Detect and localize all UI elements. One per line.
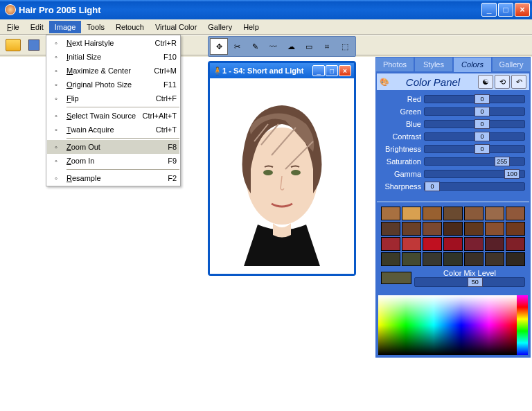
canvas-close-button[interactable]: × <box>339 65 351 76</box>
color-swatch[interactable] <box>381 207 400 220</box>
slider-thumb[interactable]: 0 <box>475 132 490 141</box>
color-swatch[interactable] <box>485 222 504 236</box>
color-swatch[interactable] <box>506 252 525 266</box>
canvas-maximize-button[interactable]: □ <box>326 65 338 76</box>
open-button[interactable] <box>4 36 22 54</box>
minimize-button[interactable]: _ <box>481 3 497 17</box>
color-swatch[interactable] <box>485 237 504 251</box>
close-button[interactable]: × <box>515 3 530 17</box>
menu-edit[interactable]: Edit <box>25 21 49 33</box>
menu-item-next-hairstyle[interactable]: ◦Next HairstyleCtrl+R <box>47 36 179 50</box>
wand-tool-button[interactable]: ✎ <box>246 38 264 55</box>
slider-thumb[interactable]: 100 <box>504 169 520 179</box>
color-swatch[interactable] <box>464 252 484 266</box>
menu-item-resample[interactable]: ◦ResampleF2 <box>47 171 179 185</box>
menu-file[interactable]: File <box>1 21 25 33</box>
slider-thumb[interactable]: 0 <box>475 119 490 129</box>
menu-help[interactable]: Help <box>238 21 265 33</box>
menu-item-original-photo-size[interactable]: ◦Original Photo SizeF11 <box>47 78 179 91</box>
color-swatch[interactable] <box>381 237 400 251</box>
slider-row-gamma: Gamma100 <box>381 168 525 180</box>
color-swatch[interactable] <box>443 252 463 266</box>
swatches-panel: Color Mix Level 50 <box>377 201 529 291</box>
maximize-button[interactable]: □ <box>498 3 513 17</box>
mix-preview[interactable] <box>381 272 411 284</box>
slider-sharpness[interactable]: 0 <box>424 182 525 191</box>
menu-tools[interactable]: Tools <box>81 21 110 33</box>
slider-green[interactable]: 0 <box>424 107 525 116</box>
tab-colors[interactable]: Colors <box>453 57 492 72</box>
color-swatch[interactable] <box>423 252 442 266</box>
save-button[interactable] <box>25 36 43 54</box>
crop-tool-button[interactable]: ⌗ <box>318 38 336 55</box>
color-swatch[interactable] <box>485 207 504 220</box>
slider-thumb[interactable]: 0 <box>475 107 490 116</box>
cloud-tool-button[interactable]: ☁ <box>282 38 300 55</box>
pick-color-button[interactable]: ☯ <box>478 75 493 89</box>
menu-item-twain-acquire[interactable]: ◦Twain AcquireCtrl+T <box>47 123 179 137</box>
color-swatch[interactable] <box>506 237 525 251</box>
slider-blue[interactable]: 0 <box>424 120 525 128</box>
color-swatch[interactable] <box>464 222 484 236</box>
slider-label: Green <box>381 107 424 116</box>
color-swatch[interactable] <box>423 237 442 251</box>
menu-item-icon: ◦ <box>50 155 62 166</box>
color-swatch[interactable] <box>464 237 484 251</box>
menu-item-flip[interactable]: ◦FlipCtrl+F <box>47 91 179 105</box>
hue-strip[interactable] <box>517 295 528 355</box>
menu-item-label: Original Photo Size <box>66 80 163 89</box>
link-button[interactable]: ⟲ <box>495 75 510 89</box>
mix-slider[interactable]: 50 <box>414 277 525 287</box>
edit-toolbar: ✥ ✂ ✎ 〰 ☁ ▭ ⌗ ⬚ <box>208 36 356 57</box>
rect-tool-button[interactable]: ▭ <box>300 38 318 55</box>
slider-gamma[interactable]: 100 <box>424 170 525 178</box>
canvas-minimize-button[interactable]: _ <box>312 65 325 76</box>
color-swatch[interactable] <box>443 207 463 220</box>
menu-item-select-twain-source[interactable]: ◦Select Twain SourceCtrl+Alt+T <box>47 109 179 123</box>
undo-button[interactable]: ↶ <box>511 75 526 89</box>
menu-item-icon: ◦ <box>50 37 62 49</box>
menu-image[interactable]: Image <box>49 21 82 33</box>
color-swatch[interactable] <box>381 252 400 266</box>
menu-gallery[interactable]: Gallery <box>202 21 238 33</box>
menu-item-initial-size[interactable]: ◦Initial SizeF10 <box>47 50 179 64</box>
color-swatch[interactable] <box>506 207 525 220</box>
color-swatch[interactable] <box>443 237 463 251</box>
menu-item-zoom-in[interactable]: ◦Zoom InF9 <box>47 154 179 168</box>
slider-contrast[interactable]: 0 <box>424 132 525 141</box>
tab-gallery[interactable]: Gallery <box>492 57 531 72</box>
color-swatch[interactable] <box>381 222 400 236</box>
slider-thumb[interactable]: 0 <box>425 182 440 191</box>
gradient-picker[interactable] <box>377 294 529 356</box>
color-swatch[interactable] <box>402 237 421 251</box>
tab-styles[interactable]: Styles <box>414 57 453 72</box>
gradient-main[interactable] <box>378 295 517 355</box>
mix-slider-thumb[interactable]: 50 <box>468 277 483 287</box>
color-swatch[interactable] <box>402 222 421 236</box>
color-swatch[interactable] <box>506 222 525 236</box>
canvas-titlebar[interactable]: 🧍 1 - S4: Short and Light _ □ × <box>210 63 354 78</box>
slider-thumb[interactable]: 255 <box>495 157 510 166</box>
tab-photos[interactable]: Photos <box>375 57 414 72</box>
menu-retouch[interactable]: Retouch <box>110 21 150 33</box>
color-swatch[interactable] <box>402 207 421 220</box>
cut-tool-button[interactable]: ✂ <box>228 38 246 55</box>
lasso-tool-button[interactable]: 〰 <box>264 38 282 55</box>
color-swatch[interactable] <box>423 222 442 236</box>
menu-virtual-color[interactable]: Virtual Color <box>150 21 202 33</box>
move-tool-button[interactable]: ✥ <box>210 38 228 55</box>
slider-thumb[interactable]: 0 <box>475 94 490 104</box>
slider-saturation[interactable]: 255 <box>424 157 525 166</box>
hairstyle-photo[interactable] <box>214 82 350 270</box>
menu-item-maximize-center[interactable]: ◦Maximize & CenterCtrl+M <box>47 64 179 78</box>
slider-thumb[interactable]: 0 <box>475 144 490 154</box>
menu-item-zoom-out[interactable]: ◦Zoom OutF8 <box>47 140 179 154</box>
color-swatch[interactable] <box>443 222 463 236</box>
color-swatch[interactable] <box>485 252 504 266</box>
selection-tool-button[interactable]: ⬚ <box>336 38 354 55</box>
color-swatch[interactable] <box>423 207 442 220</box>
slider-brightness[interactable]: 0 <box>424 145 525 153</box>
color-swatch[interactable] <box>464 207 484 220</box>
slider-red[interactable]: 0 <box>424 95 525 103</box>
color-swatch[interactable] <box>402 252 421 266</box>
